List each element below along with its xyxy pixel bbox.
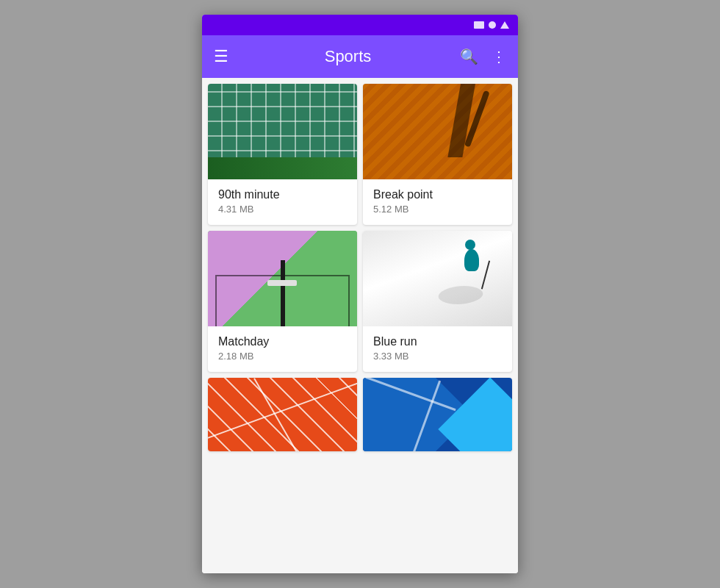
card-90th-minute[interactable]: 90th minute 4.31 MB [208,84,357,225]
battery-icon [474,21,484,29]
wifi-icon [500,21,509,29]
skiing-image [363,231,512,326]
card-90th-minute-title: 90th minute [218,188,347,201]
card-blue-run-image [363,231,512,326]
track-lines [208,378,357,451]
cards-grid: 90th minute 4.31 MB Break point 5.12 MB [202,78,518,457]
app-bar-actions: 🔍 ⋮ [460,48,506,65]
matchday-image [208,231,357,326]
court-pole [281,260,285,326]
card-blue-run-title: Blue run [373,335,502,348]
card-break-point-size: 5.12 MB [373,204,502,215]
card-geo-partial[interactable] [363,378,512,451]
card-90th-minute-image [208,84,357,179]
tennis-image [363,84,512,179]
card-blue-run-body: Blue run 3.33 MB [363,326,512,372]
card-blue-run-size: 3.33 MB [373,351,502,362]
card-90th-minute-body: 90th minute 4.31 MB [208,179,357,225]
more-options-icon[interactable]: ⋮ [492,48,506,65]
card-break-point-body: Break point 5.12 MB [363,179,512,225]
card-matchday-body: Matchday 2.18 MB [208,326,357,372]
card-matchday-image [208,231,357,326]
phone-frame: ☰ Sports 🔍 ⋮ 90th minute 4.31 MB [202,15,518,573]
skier-head [465,240,475,250]
search-icon[interactable]: 🔍 [460,48,478,65]
card-matchday-size: 2.18 MB [218,351,347,362]
card-break-point-image [363,84,512,179]
card-90th-minute-size: 4.31 MB [218,204,347,215]
card-break-point[interactable]: Break point 5.12 MB [363,84,512,225]
soccer-image [208,84,357,179]
shadow-body [447,84,475,157]
card-break-point-title: Break point [373,188,502,201]
menu-icon[interactable]: ☰ [214,49,228,65]
app-title: Sports [251,47,445,66]
skier-body [464,249,479,271]
content-area: 90th minute 4.31 MB Break point 5.12 MB [202,78,518,573]
card-matchday[interactable]: Matchday 2.18 MB [208,231,357,372]
app-bar: ☰ Sports 🔍 ⋮ [202,35,518,78]
card-track-partial[interactable] [208,378,357,451]
court-bench [267,280,297,286]
status-bar [202,15,518,35]
card-blue-run[interactable]: Blue run 3.33 MB [363,231,512,372]
ski-slope [363,231,512,326]
track-image [208,378,357,451]
signal-icon [489,21,496,29]
card-matchday-title: Matchday [218,335,347,348]
geo-image [363,378,512,451]
